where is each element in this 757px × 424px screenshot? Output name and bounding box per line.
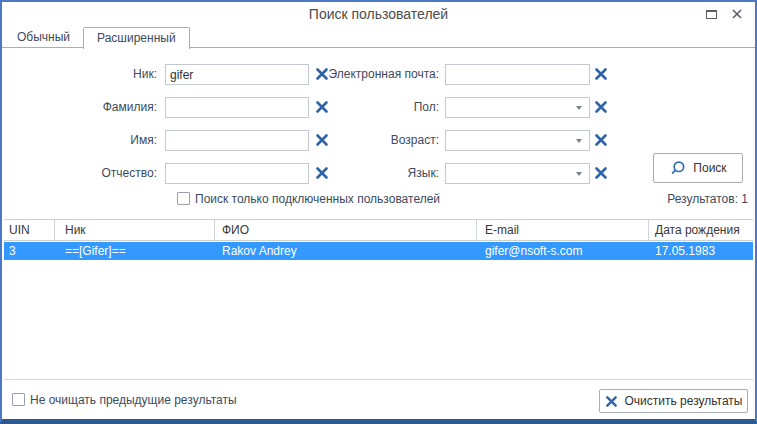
clear-icon [594,133,608,147]
column-header-birthdate[interactable]: Дата рождения [649,220,753,240]
tab-bar: Обычный Расширенный [2,27,755,48]
clear-results-label: Очистить результаты [625,394,743,408]
age-select[interactable] [445,130,590,151]
online-only-checkbox[interactable] [177,192,190,205]
online-only-label: Поиск только подключенных пользователей [195,192,440,206]
results-count: Результатов: 1 [602,192,748,206]
results-table-header: UIN Ник ФИО E-mail Дата рождения [4,219,753,241]
clear-icon [594,100,608,114]
column-header-uin[interactable]: UIN [4,220,55,240]
dropdown-arrow-icon [576,106,582,110]
maximize-icon [706,10,717,19]
lastname-input[interactable] [165,97,309,118]
row-cell-email: gifer@nsoft-s.com [477,242,649,260]
gender-label: Пол: [302,97,439,117]
clear-results-button[interactable]: Очистить результаты [599,389,748,413]
search-button-label: Поиск [693,161,726,175]
email-label: Электронная почта: [302,64,439,84]
title-bar: Поиск пользователей [2,2,755,26]
tab-normal[interactable]: Обычный [4,27,83,48]
email-clear-button[interactable] [593,66,609,82]
footer-separator [4,379,753,380]
column-header-fio[interactable]: ФИО [215,220,477,240]
nick-label: Ник: [22,64,157,84]
email-input[interactable] [445,64,590,85]
gender-select[interactable] [445,97,590,118]
language-select[interactable] [445,163,590,184]
middlename-input[interactable] [165,163,309,184]
age-clear-button[interactable] [593,132,609,148]
keep-results-label: Не очищать предыдущие результаты [30,393,237,407]
language-label: Язык: [302,163,439,183]
dropdown-arrow-icon [576,172,582,176]
close-button[interactable] [727,5,747,23]
column-header-nick[interactable]: Ник [55,220,215,240]
row-cell-fio: Rakov Andrey [215,242,477,260]
tab-advanced[interactable]: Расширенный [83,27,190,49]
clear-icon [594,67,608,81]
maximize-button[interactable] [701,5,721,23]
table-row[interactable]: 3 ==[Gifer]== Rakov Andrey gifer@nsoft-s… [4,242,753,260]
close-icon [732,9,742,19]
search-users-window: Поиск пользователей Обычный Расширенный … [0,0,757,424]
middlename-label: Отчество: [22,163,157,183]
firstname-input[interactable] [165,130,309,151]
clear-icon [594,166,608,180]
nick-input[interactable] [165,64,309,85]
search-button[interactable]: Поиск [653,153,743,183]
clear-results-icon [605,395,618,408]
firstname-label: Имя: [22,130,157,150]
column-header-email[interactable]: E-mail [477,220,649,240]
row-cell-birthdate: 17.05.1983 [649,242,753,260]
row-cell-uin: 3 [4,242,55,260]
keep-results-checkbox[interactable] [12,393,25,406]
search-icon [669,160,686,177]
gender-clear-button[interactable] [593,99,609,115]
window-title: Поиск пользователей [2,6,755,22]
language-clear-button[interactable] [593,165,609,181]
lastname-label: Фамилия: [22,97,157,117]
row-cell-nick: ==[Gifer]== [55,242,215,260]
age-label: Возраст: [302,130,439,150]
dropdown-arrow-icon [576,139,582,143]
